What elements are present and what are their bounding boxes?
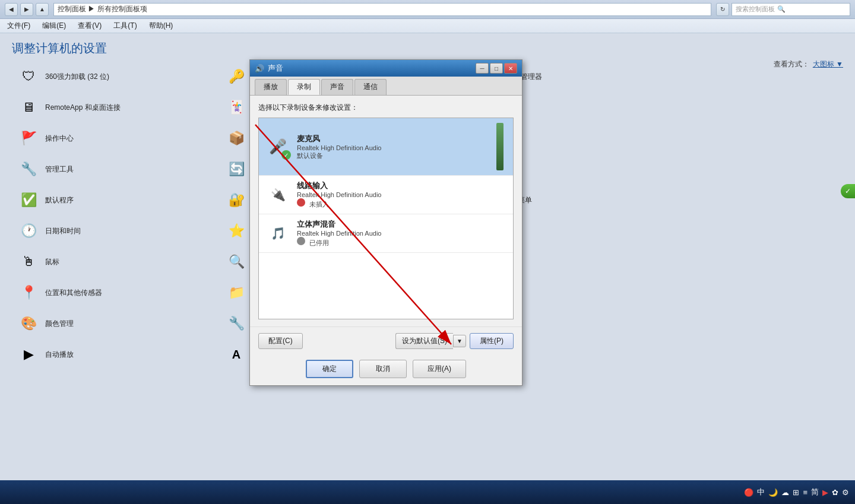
cp-item-autoplay[interactable]: ▶ 自动播放 <box>12 339 220 370</box>
refresh-button[interactable]: ↻ <box>716 3 729 16</box>
search-bar[interactable]: 搜索控制面板 🔍 <box>732 3 850 16</box>
cp-icon-action: 🚩 <box>18 128 39 149</box>
device-info-microphone: 麦克风 Realtek High Definition Audio 默认设备 <box>297 134 490 160</box>
taskbar-icon-play[interactable]: ▶ <box>822 488 828 497</box>
cp-item-datetime[interactable]: 🕐 日期和时间 <box>12 215 220 246</box>
device-status-stereomix: 已停用 <box>297 237 507 248</box>
cp-label-autoplay: 自动播放 <box>45 350 74 360</box>
cp-item-default[interactable]: ✅ 默认程序 <box>12 185 220 215</box>
device-status-microphone: 默认设备 <box>297 151 490 160</box>
back-button[interactable]: ◀ <box>5 3 18 16</box>
set-default-dropdown[interactable]: ▼ <box>453 335 466 347</box>
cp-item-action[interactable]: 🚩 操作中心 <box>12 123 220 154</box>
address-bar: ◀ ▶ ▲ 控制面板 ▶ 所有控制面板项 ↻ 搜索控制面板 🔍 <box>0 0 855 19</box>
tab-communications[interactable]: 通信 <box>354 79 387 95</box>
cp-icon-recovery: 🔄 <box>226 159 247 180</box>
menu-view[interactable]: 查看(V) <box>75 20 104 32</box>
default-badge: ✓ <box>281 150 291 160</box>
device-stereomix[interactable]: 🎵 立体声混音 Realtek High Definition Audio 已停… <box>259 214 513 253</box>
menu-tools[interactable]: 工具(T) <box>111 20 139 32</box>
tab-recording[interactable]: 录制 <box>288 79 320 95</box>
device-microphone[interactable]: 🎤 ✓ 麦克风 Realtek High Definition Audio 默认… <box>259 118 513 176</box>
cp-icon-index: 🔍 <box>226 251 247 272</box>
taskbar-icon-star[interactable]: ✿ <box>832 488 838 497</box>
device-info-linein: 线路输入 Realtek High Definition Audio 未插入 <box>297 180 507 209</box>
page-title: 调整计算机的设置 <box>12 42 107 55</box>
cancel-button[interactable]: 取消 <box>359 360 407 378</box>
cp-icon-remoteapp: 🖥 <box>18 97 39 118</box>
nav-area: ◀ ▶ ▲ 控制面板 ▶ 所有控制面板项 ↻ 搜索控制面板 🔍 <box>5 3 850 16</box>
cp-icon-location: 📍 <box>18 282 39 303</box>
tab-playback[interactable]: 播放 <box>255 79 287 95</box>
close-button[interactable]: ✕ <box>504 63 517 74</box>
dialog-window-controls: ─ □ ✕ <box>476 63 517 74</box>
device-icon-linein: 🔌 <box>265 182 291 208</box>
sound-dialog: 🔊 声音 ─ □ ✕ 播放 录制 声音 通信 选择以下录制设备来修改设置： 🎤 … <box>249 59 522 386</box>
cp-icon-datetime: 🕐 <box>18 220 39 242</box>
set-default-button[interactable]: 设为默认值(S) <box>395 333 453 349</box>
cp-icon-bitlocker: 🔑 <box>226 66 247 87</box>
cp-item-mouse[interactable]: 🖱 鼠标 <box>12 246 220 277</box>
cp-item-color[interactable]: 🎨 颜色管理 <box>12 308 220 339</box>
device-desc-stereomix: Realtek High Definition Audio <box>297 230 507 237</box>
minimize-button[interactable]: ─ <box>476 63 489 74</box>
taskbar-icon-cloud[interactable]: ☁ <box>781 488 789 497</box>
device-name-microphone: 麦克风 <box>297 134 490 144</box>
device-linein[interactable]: 🔌 线路输入 Realtek High Definition Audio 未插入 <box>259 176 513 214</box>
breadcrumb[interactable]: 控制面板 ▶ 所有控制面板项 <box>53 3 711 16</box>
apply-button[interactable]: 应用(A) <box>413 360 466 378</box>
dialog-footer: 配置(C) 设为默认值(S) ▼ 属性(P) <box>250 327 522 355</box>
cp-icon-fonts: A <box>226 344 247 365</box>
taskbar-icon-chinese[interactable]: 中 <box>757 487 765 497</box>
cp-label-color: 颜色管理 <box>45 319 74 329</box>
cp-item-location[interactable]: 📍 位置和其他传感器 <box>12 277 220 308</box>
cp-item-360[interactable]: 🛡 360强力卸载 (32 位) <box>12 61 220 92</box>
ok-button[interactable]: 确定 <box>306 360 353 378</box>
maximize-button[interactable]: □ <box>490 63 503 74</box>
dialog-bottom-buttons: 确定 取消 应用(A) <box>250 355 522 385</box>
menu-help[interactable]: 帮助(H) <box>147 20 176 32</box>
cp-label-mouse: 鼠标 <box>45 257 59 267</box>
taskbar-icon-1[interactable]: 🔴 <box>744 488 753 497</box>
dialog-body: 选择以下录制设备来修改设置： 🎤 ✓ 麦克风 Realtek High Defi… <box>250 96 522 327</box>
green-circle-icon: ✓ <box>845 187 851 195</box>
cp-icon-color: 🎨 <box>18 313 39 334</box>
taskbar-icon-lines[interactable]: ≡ <box>803 488 808 497</box>
device-name-linein: 线路输入 <box>297 180 507 191</box>
taskbar-icons: 🔴 中 🌙 ☁ ⊞ ≡ 简 ▶ ✿ ⚙ <box>744 487 849 497</box>
cp-item-admin[interactable]: 🔧 管理工具 <box>12 154 220 185</box>
dialog-titlebar: 🔊 声音 ─ □ ✕ <box>250 60 522 77</box>
cp-label-admin: 管理工具 <box>45 164 74 175</box>
properties-button[interactable]: 属性(P) <box>470 333 514 349</box>
cp-icon-credential: 🔐 <box>226 189 247 211</box>
cp-label-action: 操作中心 <box>45 134 74 144</box>
taskbar: 🔴 中 🌙 ☁ ⊞ ≡ 简 ▶ ✿ ⚙ <box>0 480 855 504</box>
configure-button[interactable]: 配置(C) <box>258 333 303 349</box>
cp-label-remoteapp: RemoteApp 和桌面连接 <box>45 103 121 113</box>
device-status-linein: 未插入 <box>297 198 507 209</box>
footer-left: 配置(C) <box>258 333 303 349</box>
menu-edit[interactable]: 编辑(E) <box>40 20 68 32</box>
sound-icon: 🔊 <box>255 64 264 73</box>
device-icon-microphone: 🎤 ✓ <box>265 134 291 160</box>
taskbar-icon-grid[interactable]: ⊞ <box>793 488 799 497</box>
search-icon: 🔍 <box>777 5 786 13</box>
cp-label-location: 位置和其他传感器 <box>45 288 102 298</box>
menu-bar: 文件(F) 编辑(E) 查看(V) 工具(T) 帮助(H) <box>0 19 855 33</box>
footer-right: 设为默认值(S) ▼ 属性(P) <box>395 333 514 349</box>
set-default-group: 设为默认值(S) ▼ <box>395 333 466 349</box>
menu-file[interactable]: 文件(F) <box>5 20 33 32</box>
taskbar-icon-simple[interactable]: 简 <box>811 487 819 497</box>
view-mode-link[interactable]: 大图标 ▼ <box>813 59 843 69</box>
cp-item-remoteapp[interactable]: 🖥 RemoteApp 和桌面连接 <box>12 92 220 123</box>
taskbar-icon-moon[interactable]: 🌙 <box>768 488 778 497</box>
green-circle-button[interactable]: ✓ <box>841 184 855 198</box>
device-icon-stereomix: 🎵 <box>265 220 291 246</box>
tab-sounds[interactable]: 声音 <box>321 79 353 95</box>
dialog-tabs: 播放 录制 声音 通信 <box>250 77 522 96</box>
status-dot-gray <box>297 237 305 245</box>
device-name-stereomix: 立体声混音 <box>297 219 507 230</box>
forward-button[interactable]: ▶ <box>20 3 33 16</box>
up-button[interactable]: ▲ <box>36 3 49 16</box>
taskbar-icon-gear[interactable]: ⚙ <box>842 488 849 497</box>
